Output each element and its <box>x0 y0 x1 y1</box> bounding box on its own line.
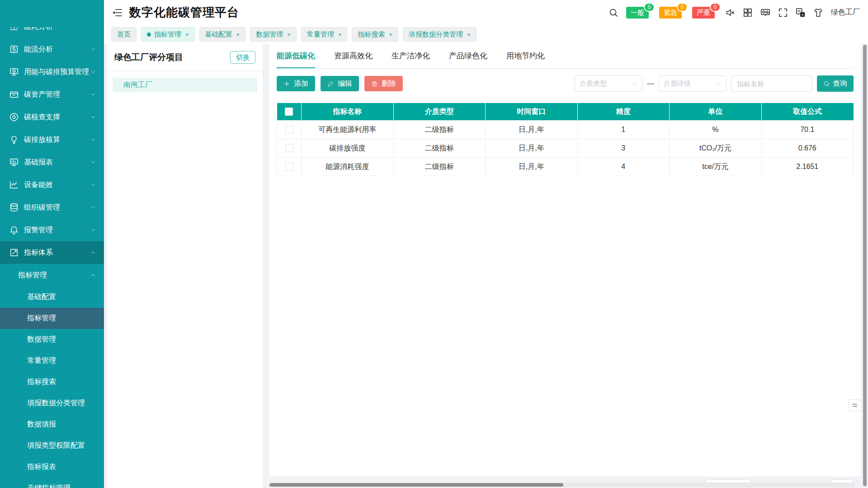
close-icon[interactable]: × <box>338 31 342 38</box>
fullscreen-icon[interactable] <box>778 8 788 18</box>
sidebar-item-填报类型权限配置[interactable]: 填报类型权限配置 <box>0 435 104 456</box>
sidebar-menu: 能耗分析能流分析用能与碳排预算管理碳资产管理碳核查支撑碳排放核算基础报表设备能效… <box>0 15 104 488</box>
sidebar-item-指标管理[interactable]: 指标管理 <box>0 308 104 329</box>
close-icon[interactable]: × <box>467 31 471 38</box>
delete-button[interactable]: 删除 <box>364 76 403 91</box>
alarm-badge-label: 一般 <box>631 9 644 16</box>
table-header-row: 指标名称介质类型时间窗口精度单位取值公式 <box>277 103 854 121</box>
main-panel: 能源低碳化资源高效化生产洁净化产品绿色化用地节约化 添加 编辑 删除 介质类型 … <box>269 44 861 476</box>
sidebar-item-基础配置[interactable]: 基础配置 <box>0 286 104 308</box>
horizontal-scrollbar-thumb[interactable] <box>269 483 563 487</box>
page-title: 数字化能碳管理平台 <box>129 5 239 20</box>
sidebar-item-用能与碳排预算管理[interactable]: 用能与碳排预算管理 <box>0 61 104 83</box>
tag-常量管理[interactable]: 常量管理× <box>301 27 348 42</box>
carbon-accounting-icon <box>9 135 19 145</box>
content-tab-资源高效化[interactable]: 资源高效化 <box>334 44 373 68</box>
dashboard-monitor-icon[interactable] <box>760 8 770 18</box>
chevron-down-icon <box>90 92 96 97</box>
alarm-badge-紧急[interactable]: 紧急0 <box>659 7 682 19</box>
edit-button-label: 编辑 <box>338 79 352 89</box>
sidebar-item-报警管理[interactable]: 报警管理 <box>0 219 104 241</box>
query-button[interactable]: 查询 <box>817 75 854 92</box>
content-tab-生产洁净化[interactable]: 生产洁净化 <box>392 44 430 68</box>
indicator-system-icon <box>9 248 19 258</box>
tag-指标搜索[interactable]: 指标搜索× <box>352 27 398 42</box>
table-cell: 二级指标 <box>393 158 486 176</box>
mute-icon[interactable] <box>725 8 735 18</box>
table-cell: 1 <box>577 121 670 139</box>
tree-item-南闸工厂[interactable]: 南闸工厂 <box>113 78 257 92</box>
medium-detail-select[interactable]: 介质详情 <box>659 75 726 92</box>
column-settings-button[interactable] <box>848 399 862 411</box>
sidebar-item-label: 数据填报 <box>27 420 56 429</box>
sliders-icon <box>852 402 858 408</box>
sidebar-item-碳资产管理[interactable]: 碳资产管理 <box>0 83 104 106</box>
switch-button[interactable]: 切换 <box>230 51 255 64</box>
theme-tshirt-icon[interactable] <box>813 8 823 18</box>
sidebar-item-指标体系[interactable]: 指标体系 <box>0 241 104 264</box>
collapse-sidebar-icon[interactable] <box>112 7 123 18</box>
content-tab-能源低碳化[interactable]: 能源低碳化 <box>277 44 315 68</box>
sidebar-item-label: 指标报表 <box>27 462 56 472</box>
current-user[interactable]: 绿色工厂 <box>831 8 860 17</box>
chevron-up-icon <box>90 272 96 278</box>
search-icon[interactable] <box>609 8 618 18</box>
alarm-badge-一般[interactable]: 一般0 <box>626 7 649 19</box>
delete-button-label: 删除 <box>382 79 396 89</box>
table-cell: 70.1 <box>761 121 854 139</box>
row-checkbox[interactable] <box>285 126 293 134</box>
sidebar-item-数据填报[interactable]: 数据填报 <box>0 414 104 435</box>
row-checkbox[interactable] <box>285 163 293 171</box>
alarm-badge-count: 0 <box>710 3 721 12</box>
add-button-label: 添加 <box>294 79 308 89</box>
sidebar-item-label: 指标管理 <box>18 271 47 280</box>
close-icon[interactable]: × <box>185 31 189 38</box>
sidebar-item-填报数据分类管理[interactable]: 填报数据分类管理 <box>0 393 104 414</box>
carbon-audit-icon <box>9 112 19 122</box>
column-header: 指标名称 <box>302 103 394 121</box>
alarm-badge-count: 0 <box>677 3 688 12</box>
tag-基础配置[interactable]: 基础配置× <box>199 27 246 42</box>
content-tab-用地节约化[interactable]: 用地节约化 <box>506 44 545 68</box>
table-cell: 3 <box>577 139 670 158</box>
sidebar-item-指标报表[interactable]: 指标报表 <box>0 456 104 478</box>
apps-grid-icon[interactable] <box>743 8 753 18</box>
tag-数据管理[interactable]: 数据管理× <box>250 27 297 42</box>
tag-首页[interactable]: 首页 <box>111 27 137 42</box>
table-cell: 能源消耗强度 <box>302 158 394 176</box>
sidebar-item-label: 填报类型权限配置 <box>27 441 85 450</box>
sidebar-item-指标搜索[interactable]: 指标搜索 <box>0 371 104 393</box>
add-button[interactable]: 添加 <box>277 76 315 91</box>
close-icon[interactable]: × <box>389 31 392 38</box>
sidebar-item-关键指标管理[interactable]: 关键指标管理 <box>0 478 104 488</box>
alarm-badge-label: 严重 <box>697 9 710 16</box>
translate-icon[interactable]: 中A <box>796 8 806 18</box>
sidebar-item-碳核查支撑[interactable]: 碳核查支撑 <box>0 106 104 128</box>
svg-text:A: A <box>802 12 804 16</box>
sidebar-item-常量管理[interactable]: 常量管理 <box>0 350 104 371</box>
sidebar-item-组织碳管理[interactable]: 组织碳管理 <box>0 196 104 219</box>
sidebar-item-碳排放核算[interactable]: 碳排放核算 <box>0 128 104 151</box>
edit-button[interactable]: 编辑 <box>321 76 359 91</box>
content-tabs: 能源低碳化资源高效化生产洁净化产品绿色化用地节约化 <box>277 44 854 69</box>
indicator-name-input[interactable] <box>731 75 812 92</box>
medium-type-select[interactable]: 介质类型 <box>575 75 642 92</box>
sidebar-item-设备能效[interactable]: 设备能效 <box>0 174 104 196</box>
table-cell: 二级指标 <box>393 121 486 139</box>
sidebar-item-能流分析[interactable]: 能流分析 <box>0 38 104 61</box>
sidebar-item-数据管理[interactable]: 数据管理 <box>0 329 104 350</box>
chevron-down-icon <box>90 114 96 120</box>
vertical-scrollbar-thumb[interactable] <box>863 45 867 486</box>
tag-指标管理[interactable]: 指标管理× <box>141 27 195 42</box>
sidebar-item-指标管理[interactable]: 指标管理 <box>0 264 104 286</box>
select-all-checkbox[interactable] <box>285 108 293 116</box>
table-cell: 日,月,年 <box>486 158 578 176</box>
alarm-badge-严重[interactable]: 严重0 <box>692 7 715 19</box>
checkbox-cell <box>277 121 302 139</box>
close-icon[interactable]: × <box>287 31 291 38</box>
sidebar-item-基础报表[interactable]: 基础报表 <box>0 151 104 174</box>
content-tab-产品绿色化[interactable]: 产品绿色化 <box>449 44 487 68</box>
row-checkbox[interactable] <box>285 144 293 152</box>
close-icon[interactable]: × <box>236 31 240 38</box>
tag-填报数据分类管理[interactable]: 填报数据分类管理× <box>403 27 476 42</box>
